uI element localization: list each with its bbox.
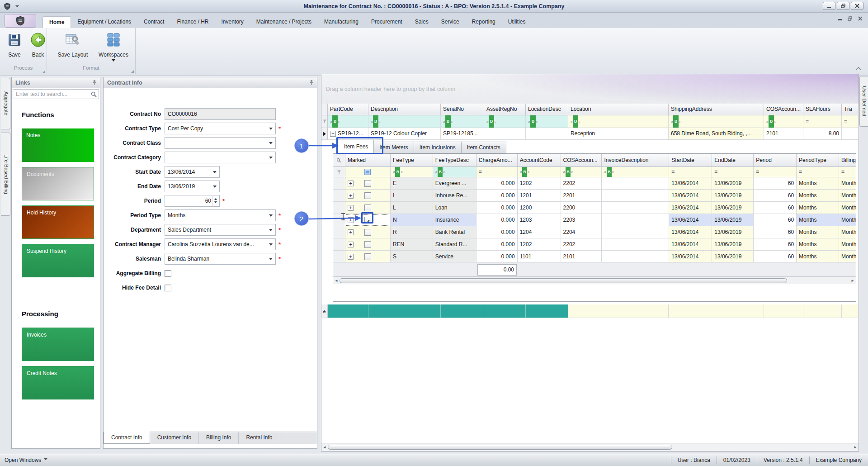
ribbon-tab[interactable]: Inventory — [215, 16, 250, 28]
marked-checkbox[interactable] — [364, 180, 371, 187]
spinner-icons[interactable] — [212, 196, 219, 206]
expand-icon[interactable]: + — [348, 254, 354, 260]
fee-row[interactable]: + E Evergreen ... 0.000 1202 2202 13/06/… — [333, 177, 856, 190]
feetypedesc-cell[interactable]: Inhouse Re... — [433, 190, 476, 202]
cosaccount-cell[interactable]: 2203 — [561, 214, 602, 226]
fee-row[interactable]: + N Insurance 0.000 1203 2203 13/06/2014… — [333, 214, 856, 226]
ribbon-tab[interactable]: Procurement — [365, 16, 409, 28]
chargeamount-cell[interactable]: 0.000 — [476, 238, 518, 251]
startdate-cell[interactable]: 13/06/2014 — [669, 190, 712, 202]
invoicedescription-cell[interactable] — [602, 238, 669, 251]
marked-checkbox[interactable] — [364, 253, 371, 260]
ribbon-tab[interactable]: Maintenance / Projects — [250, 16, 318, 28]
ribbon-tab[interactable]: Home — [42, 16, 71, 28]
invoices-button[interactable]: Invoices — [22, 328, 94, 361]
close-button[interactable] — [851, 2, 863, 10]
column-header-location[interactable]: Location — [568, 104, 669, 115]
feetypedesc-cell[interactable]: Service — [433, 251, 476, 263]
column-header-enddate[interactable]: EndDate — [712, 154, 754, 167]
billing-cell[interactable]: Month — [839, 238, 856, 251]
startdate-cell[interactable]: 13/06/2014 — [669, 214, 712, 226]
group-dialog-launcher-icon[interactable] — [131, 70, 134, 73]
marked-cell[interactable]: + — [345, 177, 391, 190]
ribbon-tab[interactable]: Contract — [137, 16, 170, 28]
notes-button[interactable]: Notes — [22, 128, 94, 162]
links-search-input[interactable] — [16, 91, 91, 97]
invoicedescription-cell[interactable] — [602, 226, 669, 238]
ribbon-tab[interactable]: Manufacturing — [318, 16, 365, 28]
marked-checkbox[interactable] — [364, 241, 371, 248]
filter-period[interactable]: = — [754, 167, 797, 177]
expand-icon[interactable]: + — [348, 181, 354, 186]
enddate-cell[interactable]: 13/06/2019 — [712, 190, 754, 202]
tab-contract-info[interactable]: Contract Info — [104, 432, 150, 444]
filter-slahours[interactable]: = — [803, 115, 842, 128]
minimize-button[interactable] — [823, 2, 835, 10]
column-header-accountcode[interactable]: AccountCode — [518, 154, 561, 167]
period-type-select[interactable]: Months — [165, 209, 276, 221]
fee-row[interactable]: + I Inhouse Re... 0.000 1201 2201 13/06/… — [333, 190, 856, 202]
contract-no-input[interactable]: CO0000016 — [165, 108, 276, 120]
chargeamount-cell[interactable]: 0.000 — [476, 226, 518, 238]
tab-billing-info[interactable]: Billing Info — [199, 432, 239, 444]
open-windows-button[interactable]: Open Windows — [5, 457, 41, 463]
column-header-period[interactable]: Period — [754, 154, 797, 167]
application-button[interactable] — [5, 14, 36, 28]
fee-row[interactable]: + R Bank Rental 0.000 1204 2204 13/06/20… — [333, 226, 856, 238]
marked-cell[interactable]: + — [345, 238, 391, 251]
scrollbar-thumb[interactable] — [340, 278, 787, 283]
column-header-marked[interactable]: Marked — [345, 154, 391, 167]
column-header-cosaccount[interactable]: COSAccoun... — [764, 104, 803, 115]
ribbon-tab[interactable]: Finance / HR — [170, 16, 215, 28]
enddate-cell[interactable]: 13/06/2019 — [712, 202, 754, 214]
feetype-cell[interactable]: I — [391, 190, 433, 202]
chargeamount-cell[interactable]: 0.000 — [476, 177, 518, 190]
invoicedescription-cell[interactable] — [602, 214, 669, 226]
credit-notes-button[interactable]: Credit Notes — [22, 366, 94, 399]
accountcode-cell[interactable]: 1101 — [518, 251, 561, 263]
period-cell[interactable]: 60 — [754, 190, 797, 202]
period-cell[interactable]: 60 — [754, 251, 797, 263]
fee-row[interactable]: + S Service 0.000 1101 2101 13/06/2014 1… — [333, 251, 856, 263]
column-header-startdate[interactable]: StartDate — [669, 154, 712, 167]
scroll-right-icon[interactable]: ► — [849, 279, 856, 283]
filter-shippingaddress[interactable]: aBc — [669, 115, 764, 128]
invoicedescription-cell[interactable] — [602, 202, 669, 214]
chevron-down-icon[interactable] — [44, 458, 47, 462]
period-cell[interactable]: 60 — [754, 177, 797, 190]
enddate-cell[interactable]: 13/06/2019 — [712, 226, 754, 238]
ribbon-tab[interactable]: Equipment / Locations — [71, 16, 137, 28]
expand-icon[interactable]: + — [348, 229, 354, 235]
period-stepper[interactable]: 60 — [165, 195, 220, 207]
filter-invoicedescription[interactable]: aBc — [602, 167, 669, 177]
filter-partcode[interactable]: aBc — [328, 115, 368, 128]
pin-icon[interactable] — [309, 80, 314, 86]
feetype-cell[interactable]: R — [391, 226, 433, 238]
startdate-cell[interactable]: 13/06/2014 — [669, 177, 712, 190]
billing-cell[interactable]: Month — [839, 214, 856, 226]
column-header-serialno[interactable]: SerialNo — [441, 104, 484, 115]
period-cell[interactable]: 60 — [754, 226, 797, 238]
feetype-cell[interactable]: REN — [391, 238, 433, 251]
suspend-history-button[interactable]: Suspend History — [22, 244, 94, 277]
minimize-icon[interactable] — [838, 17, 842, 21]
filter-locationdesc[interactable]: aBc — [526, 115, 568, 128]
startdate-cell[interactable]: 13/06/2014 — [669, 238, 712, 251]
column-header-billing[interactable]: Billing — [839, 154, 856, 167]
feetypedesc-cell[interactable]: Bank Rental — [433, 226, 476, 238]
feetype-cell[interactable]: S — [391, 251, 433, 263]
cosaccount-cell[interactable]: 2201 — [561, 190, 602, 202]
billing-cell[interactable]: Month — [839, 226, 856, 238]
filter-location[interactable]: aBc — [568, 115, 669, 128]
column-header-partcode[interactable]: PartCode — [328, 104, 368, 115]
new-equipment-row[interactable]: * — [321, 304, 859, 318]
expand-icon[interactable]: + — [348, 205, 354, 211]
feetype-cell[interactable]: N — [391, 214, 433, 226]
filter-chargeamount[interactable]: = — [476, 167, 518, 177]
chargeamount-cell[interactable]: 0.000 — [476, 202, 518, 214]
cosaccount-cell[interactable]: 2204 — [561, 226, 602, 238]
periodtype-cell[interactable]: Months — [797, 214, 839, 226]
side-tab-user-defined[interactable]: User Defined — [859, 76, 868, 127]
periodtype-cell[interactable]: Months — [797, 238, 839, 251]
group-by-panel[interactable]: Drag a column header here to group by th… — [321, 74, 859, 104]
